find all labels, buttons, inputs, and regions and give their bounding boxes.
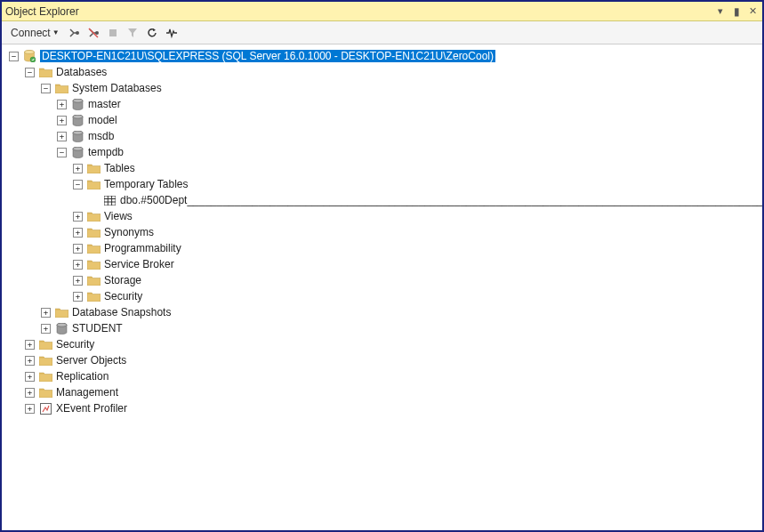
views-label[interactable]: Views [104,210,133,222]
database-icon [70,114,84,126]
management-label[interactable]: Management [56,386,118,399]
folder-icon [86,162,101,174]
expander-icon[interactable]: + [25,340,35,350]
folder-icon [38,386,52,399]
expander-icon[interactable]: − [41,84,51,93]
expander-icon[interactable]: − [9,52,19,61]
folder-icon [86,226,101,238]
folder-icon [86,210,101,222]
sysdb-node[interactable]: − System Databases [9,80,762,96]
svg-rect-14 [109,29,117,36]
expander-icon[interactable]: + [73,292,83,302]
folder-icon [86,290,101,302]
folder-icon [86,258,101,270]
databases-label[interactable]: Databases [56,66,107,78]
expander-icon[interactable]: + [57,132,67,141]
expander-icon[interactable]: + [25,356,35,366]
titlebar: Object Explorer ▾ ▮ ✕ [2,2,762,21]
expander-icon[interactable]: − [73,180,83,189]
model-label[interactable]: model [88,114,117,126]
disconnect-all-icon[interactable] [84,24,102,42]
views-node[interactable]: + Views [9,208,762,224]
temptable-label[interactable]: dbo.#500Dept____________________________… [120,194,762,206]
expander-icon[interactable]: + [57,100,67,109]
serverobjects-label[interactable]: Server Objects [56,354,126,367]
msdb-label[interactable]: msdb [88,130,114,142]
folder-icon [38,370,52,383]
database-icon [70,98,84,110]
folder-icon [86,274,101,286]
connect-button[interactable]: Connect ▼ [7,25,63,41]
folder-icon [38,354,52,367]
filter-icon [124,24,141,42]
servicebroker-node[interactable]: + Service Broker [9,256,762,272]
tempdb-node[interactable]: − tempdb [9,144,762,160]
security-node[interactable]: + Security [9,336,762,352]
management-node[interactable]: + Management [9,384,762,400]
server-icon [22,50,36,62]
security-db-label[interactable]: Security [104,290,142,302]
expander-icon[interactable]: + [25,388,35,398]
activity-icon[interactable] [163,24,181,42]
tables-label[interactable]: Tables [104,162,135,174]
temptables-node[interactable]: − Temporary Tables [9,176,762,192]
databases-node[interactable]: − Databases [9,64,762,80]
serverobjects-node[interactable]: + Server Objects [9,352,762,368]
synonyms-node[interactable]: + Synonyms [9,224,762,240]
window-dropdown-icon[interactable]: ▾ [714,5,727,17]
folder-icon [86,242,101,254]
tables-node[interactable]: + Tables [9,160,762,176]
expander-icon[interactable]: + [73,276,83,286]
expander-icon[interactable]: + [73,228,83,238]
storage-label[interactable]: Storage [104,274,141,286]
synonyms-label[interactable]: Synonyms [104,226,154,238]
programmability-label[interactable]: Programmability [104,242,181,254]
model-node[interactable]: + model [9,112,762,128]
refresh-icon[interactable] [143,24,161,42]
student-label[interactable]: STUDENT [72,322,123,335]
expander-icon[interactable]: + [41,308,51,318]
expander-icon[interactable]: + [25,404,35,414]
expander-icon[interactable]: + [25,372,35,382]
sysdb-label[interactable]: System Databases [72,82,162,94]
expander-icon[interactable]: − [25,68,35,77]
snapshots-label[interactable]: Database Snapshots [72,306,171,318]
programmability-node[interactable]: + Programmability [9,240,762,256]
expander-icon[interactable]: + [73,164,83,173]
replication-node[interactable]: + Replication [9,368,762,384]
database-icon [54,322,68,335]
connect-label: Connect [11,27,51,39]
security-label[interactable]: Security [56,338,94,351]
tempdb-label[interactable]: tempdb [88,146,124,158]
stop-icon [104,24,122,42]
tree-view[interactable]: − DESKTOP-EN1C21U\SQLEXPRESS (SQL Server… [2,44,762,530]
pin-icon[interactable]: ▮ [730,5,743,18]
xevent-icon [38,402,52,415]
master-node[interactable]: + master [9,96,762,112]
replication-label[interactable]: Replication [56,370,109,383]
xevent-label[interactable]: XEvent Profiler [56,402,127,415]
snapshots-node[interactable]: + Database Snapshots [9,304,762,320]
temptable-item-node[interactable]: + dbo.#500Dept__________________________… [9,192,762,208]
folder-icon [38,66,52,78]
master-label[interactable]: master [88,98,121,110]
server-label[interactable]: DESKTOP-EN1C21U\SQLEXPRESS (SQL Server 1… [40,50,495,62]
expander-icon[interactable]: + [73,260,83,270]
expander-icon[interactable]: + [73,244,83,254]
server-node[interactable]: − DESKTOP-EN1C21U\SQLEXPRESS (SQL Server… [9,48,762,64]
msdb-node[interactable]: + msdb [9,128,762,144]
table-icon [102,194,117,206]
servicebroker-label[interactable]: Service Broker [104,258,174,270]
database-icon [70,146,84,158]
expander-icon[interactable]: − [57,148,67,157]
close-icon[interactable]: ✕ [746,5,759,17]
student-db-node[interactable]: + STUDENT [9,320,762,336]
expander-icon[interactable]: + [73,212,83,222]
expander-icon[interactable]: + [41,324,51,334]
temptables-label[interactable]: Temporary Tables [104,178,189,190]
disconnect-icon[interactable] [65,24,83,42]
xevent-node[interactable]: + XEvent Profiler [9,400,762,416]
storage-node[interactable]: + Storage [9,272,762,288]
expander-icon[interactable]: + [57,116,67,125]
security-db-node[interactable]: + Security [9,288,762,304]
